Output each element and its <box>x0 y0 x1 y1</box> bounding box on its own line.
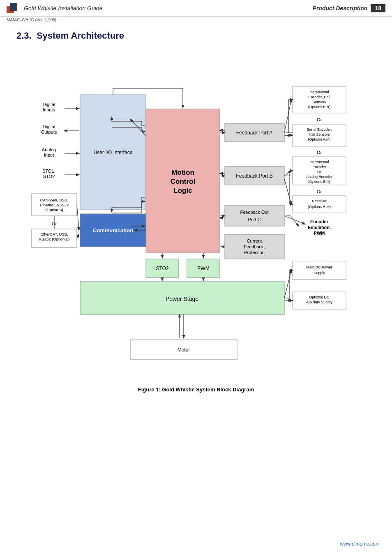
svg-text:Or: Or <box>317 117 322 122</box>
header-title: Gold Whistle Installation Guide <box>24 5 102 12</box>
svg-text:Incremental: Incremental <box>309 160 329 164</box>
svg-text:STO2: STO2 <box>43 174 55 179</box>
svg-text:Or: Or <box>317 150 322 155</box>
svg-text:Digital: Digital <box>43 124 55 129</box>
svg-text:PWM: PWM <box>197 266 209 271</box>
system-diagram: Digital Inputs Digital Outputs Analog In… <box>19 45 373 382</box>
svg-text:Current: Current <box>247 238 262 243</box>
svg-text:Emulation,: Emulation, <box>308 225 331 230</box>
svg-text:(Options E,R): (Options E,R) <box>308 105 331 109</box>
svg-text:Encoder: Encoder <box>312 165 326 169</box>
svg-text:Input: Input <box>44 153 54 157</box>
svg-text:Outputs: Outputs <box>41 130 57 134</box>
diagram-container: Digital Inputs Digital Outputs Analog In… <box>19 45 373 382</box>
svg-text:Control: Control <box>171 178 195 185</box>
section-title: 2.3. System Architecture <box>0 23 392 45</box>
logo-icon <box>7 3 20 13</box>
svg-text:Power Stage: Power Stage <box>166 296 198 302</box>
svg-line-81 <box>77 234 79 238</box>
header-section: Product Description <box>313 5 368 12</box>
svg-text:Motion: Motion <box>171 169 194 176</box>
svg-text:Or: Or <box>317 170 321 174</box>
svg-text:Motor: Motor <box>178 347 190 353</box>
svg-text:User I/O Interface: User I/O Interface <box>94 150 133 155</box>
svg-line-92 <box>284 179 291 204</box>
svg-text:Analog: Analog <box>42 147 56 152</box>
svg-text:Digital: Digital <box>43 102 55 107</box>
svg-text:Or: Or <box>317 189 322 194</box>
svg-text:Optional DC: Optional DC <box>309 295 330 299</box>
svg-text:Auxiliary Supply: Auxiliary Supply <box>306 300 333 304</box>
svg-text:Port C: Port C <box>248 217 261 222</box>
footer-url: www.elmomc.com <box>340 541 380 547</box>
svg-text:(Options R,M): (Options R,M) <box>308 205 331 209</box>
svg-text:(Options E,A): (Options E,A) <box>308 180 330 184</box>
svg-text:Incremental: Incremental <box>309 90 329 94</box>
svg-text:Supply: Supply <box>314 271 325 275</box>
svg-rect-1 <box>10 3 17 11</box>
svg-text:Protection: Protection <box>244 250 265 255</box>
header-left: Gold Whistle Installation Guide <box>7 3 102 13</box>
svg-text:Analog Encoder: Analog Encoder <box>306 175 332 179</box>
svg-text:Feedback Out: Feedback Out <box>240 210 268 215</box>
svg-text:STO1,: STO1, <box>42 169 55 173</box>
svg-text:Main DC Power: Main DC Power <box>306 265 332 269</box>
svg-line-91 <box>284 171 291 176</box>
svg-text:Ethernet, RS232: Ethernet, RS232 <box>40 203 69 207</box>
svg-line-89 <box>284 99 291 133</box>
svg-text:Communication: Communication <box>93 227 133 234</box>
svg-line-94 <box>284 270 291 298</box>
svg-text:EtherCAT, USB,: EtherCAT, USB, <box>40 232 68 236</box>
svg-text:PWM: PWM <box>314 231 325 236</box>
svg-text:Encoder: Encoder <box>310 219 329 224</box>
header-page: 18 <box>371 4 385 12</box>
page-header: Gold Whistle Installation Guide Product … <box>0 0 392 17</box>
svg-text:Logic: Logic <box>173 187 192 194</box>
svg-text:Feedback Port A: Feedback Port A <box>236 130 273 136</box>
svg-text:(Options A,M): (Options A,M) <box>308 137 330 141</box>
svg-line-78 <box>77 204 79 230</box>
svg-text:Feedback,: Feedback, <box>244 244 265 249</box>
svg-line-93 <box>284 216 305 224</box>
svg-text:Serial Encoder,: Serial Encoder, <box>307 127 332 132</box>
figure-caption: Figure 1: Gold Whistle System Block Diag… <box>0 382 392 401</box>
svg-rect-62 <box>293 196 346 213</box>
svg-rect-34 <box>225 206 284 226</box>
svg-text:Sensors: Sensors <box>312 100 326 104</box>
svg-text:Inputs: Inputs <box>43 107 55 112</box>
header-right: Product Description 18 <box>313 4 385 12</box>
svg-text:CANopen, USB,: CANopen, USB, <box>40 198 69 202</box>
svg-text:Resolver: Resolver <box>312 199 327 203</box>
svg-text:STO2: STO2 <box>156 266 168 271</box>
svg-rect-68 <box>293 261 346 280</box>
svg-text:Hall Sensors: Hall Sensors <box>309 132 330 136</box>
svg-text:Encoder, Hall: Encoder, Hall <box>308 95 330 99</box>
svg-text:(Option S): (Option S) <box>45 208 63 212</box>
svg-text:Feedback Port B: Feedback Port B <box>236 173 272 179</box>
header-sub: MAN-G-WHIIG (Ver. 1.208) <box>0 17 392 23</box>
svg-text:RS232 (Option E): RS232 (Option E) <box>39 237 70 241</box>
